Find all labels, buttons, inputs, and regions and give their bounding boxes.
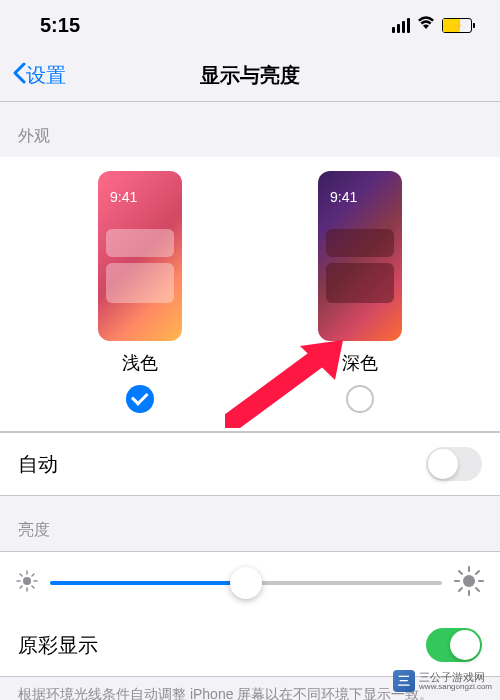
dark-label: 深色 — [342, 351, 378, 375]
brightness-header: 亮度 — [0, 496, 500, 551]
true-tone-row[interactable]: 原彩显示 — [0, 614, 500, 677]
watermark: 三 三公子游戏网 www.sangongzi.com — [393, 670, 492, 692]
watermark-url: www.sangongzi.com — [419, 683, 492, 692]
svg-point-0 — [23, 577, 31, 585]
auto-label: 自动 — [18, 451, 58, 478]
light-label: 浅色 — [122, 351, 158, 375]
svg-line-6 — [32, 586, 34, 588]
dark-radio-unselected[interactable] — [346, 385, 374, 413]
watermark-logo-icon: 三 — [393, 670, 415, 692]
preview-time: 9:41 — [330, 189, 357, 205]
nav-bar: 设置 显示与亮度 — [0, 50, 500, 102]
svg-line-14 — [459, 571, 462, 574]
dark-mode-preview: 9:41 — [318, 171, 402, 341]
status-right: ⚡ — [392, 15, 472, 35]
true-tone-label: 原彩显示 — [18, 632, 98, 659]
light-radio-selected[interactable] — [126, 385, 154, 413]
light-mode-preview: 9:41 — [98, 171, 182, 341]
status-bar: 5:15 ⚡ — [0, 0, 500, 50]
true-tone-toggle[interactable] — [426, 628, 482, 662]
watermark-name: 三公子游戏网 — [419, 671, 492, 683]
svg-line-16 — [476, 571, 479, 574]
svg-line-7 — [32, 574, 34, 576]
appearance-light-option[interactable]: 9:41 浅色 — [98, 171, 182, 413]
cellular-signal-icon — [392, 18, 410, 33]
sun-small-icon — [16, 570, 38, 596]
brightness-slider-row — [0, 551, 500, 614]
battery-icon: ⚡ — [442, 18, 472, 33]
svg-point-9 — [463, 575, 475, 587]
svg-line-8 — [20, 586, 22, 588]
svg-line-17 — [459, 588, 462, 591]
back-button[interactable]: 设置 — [12, 62, 66, 89]
appearance-header: 外观 — [0, 102, 500, 157]
chevron-left-icon — [12, 62, 26, 89]
preview-time: 9:41 — [110, 189, 137, 205]
appearance-dark-option[interactable]: 9:41 深色 — [318, 171, 402, 413]
auto-toggle[interactable] — [426, 447, 482, 481]
appearance-section: 9:41 浅色 9:41 深色 — [0, 157, 500, 432]
page-title: 显示与亮度 — [200, 62, 300, 89]
svg-line-5 — [20, 574, 22, 576]
status-time: 5:15 — [40, 14, 80, 37]
slider-thumb[interactable] — [230, 567, 262, 599]
wifi-icon — [416, 15, 436, 35]
back-label: 设置 — [26, 62, 66, 89]
svg-line-15 — [476, 588, 479, 591]
sun-large-icon — [454, 566, 484, 600]
brightness-slider[interactable] — [50, 581, 442, 585]
auto-toggle-row[interactable]: 自动 — [0, 432, 500, 496]
